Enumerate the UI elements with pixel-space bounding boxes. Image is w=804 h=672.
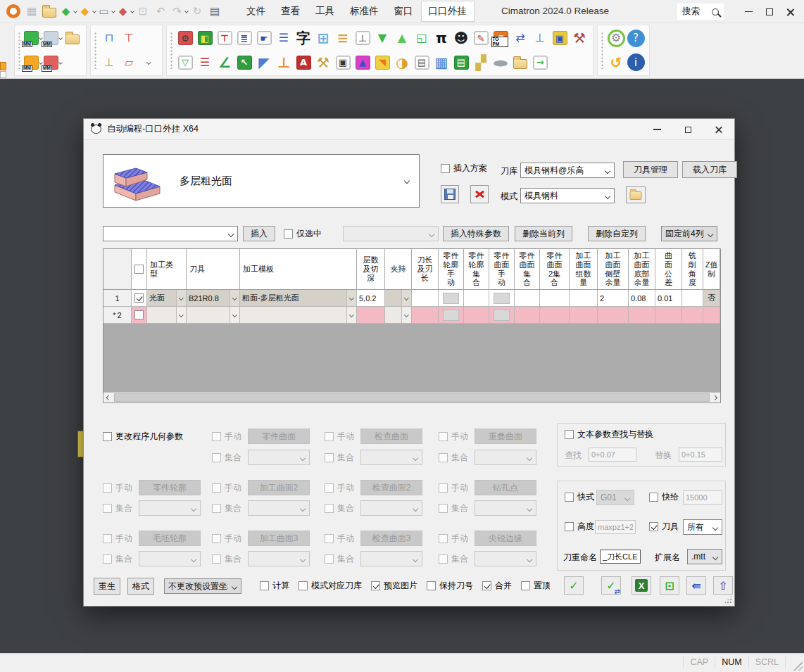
- delete-custom-column-button[interactable]: 删除自定列: [588, 226, 646, 241]
- load-stock-icon[interactable]: ◆: [77, 2, 96, 20]
- geo-manual-checkbox-0-1[interactable]: [325, 432, 334, 441]
- geo-manual-checkbox-1-1[interactable]: [212, 483, 221, 493]
- bottom-checkbox-0[interactable]: [260, 581, 269, 590]
- yellow-block-icon[interactable]: ◥: [373, 51, 391, 74]
- grid-cell-2-11[interactable]: [515, 307, 540, 324]
- grid-cell-dropdown-chevron-icon[interactable]: [401, 290, 411, 306]
- geo-button-2-0[interactable]: 毛坯轮廓: [139, 531, 201, 546]
- folder-export-icon[interactable]: [511, 51, 529, 74]
- grid-cell-1-3-dropdown[interactable]: B21R0.8: [187, 290, 240, 307]
- resize-grip[interactable]: [792, 660, 803, 671]
- bars-icon[interactable]: ≡: [334, 27, 352, 49]
- geo-collection-checkbox-2-3[interactable]: [439, 554, 448, 564]
- hand-doc-icon[interactable]: ☛: [255, 27, 273, 49]
- boss-icon[interactable]: ▲: [393, 27, 411, 49]
- excel-export-button[interactable]: X: [632, 576, 651, 595]
- grid-horizontal-scrollbar[interactable]: [103, 392, 720, 402]
- dock-tab-white[interactable]: [0, 71, 6, 78]
- grid-cell-1-8-picker[interactable]: [443, 293, 459, 304]
- grid-cell-1-6-dropdown[interactable]: [385, 290, 412, 307]
- feature-list-icon[interactable]: ▤: [206, 2, 223, 20]
- save-template-button[interactable]: [441, 185, 459, 203]
- geo-button-2-1[interactable]: 加工曲面3: [248, 531, 310, 546]
- duplicate-button[interactable]: ⊡: [660, 576, 679, 595]
- lathe-icon[interactable]: ◑: [393, 51, 411, 74]
- help-group-drag-handle[interactable]: [601, 32, 604, 69]
- steps-icon[interactable]: ▞: [472, 51, 490, 74]
- minimize-button[interactable]: [738, 0, 759, 23]
- mill-sim-icon[interactable]: ▽: [176, 51, 194, 74]
- grid-cell-2-4-dropdown[interactable]: [240, 307, 357, 324]
- tool-filter-checkbox[interactable]: [649, 522, 658, 531]
- column-tools-icon[interactable]: ⊥: [275, 51, 293, 74]
- wizard-pin-icon[interactable]: ⊤: [120, 27, 138, 49]
- grid-cell-2-12[interactable]: [540, 307, 570, 324]
- scroll-left-icon[interactable]: [103, 393, 114, 402]
- geo-button-0-2[interactable]: 重叠曲面: [475, 429, 536, 444]
- geo-collection-checkbox-0-1[interactable]: [325, 453, 334, 462]
- cimatron-logo-icon[interactable]: [6, 4, 20, 18]
- geo-collection-select-2-0[interactable]: [139, 551, 201, 566]
- doc-export-icon[interactable]: →: [531, 51, 549, 74]
- menu-item-0[interactable]: 文件: [239, 1, 273, 22]
- geo-collection-select-0-1[interactable]: [360, 450, 422, 465]
- doc-edit-icon[interactable]: ✎: [472, 27, 490, 49]
- bottom-checkbox-2[interactable]: [371, 581, 380, 590]
- special-param-select[interactable]: [343, 226, 439, 241]
- tool-rename-input[interactable]: [600, 550, 641, 564]
- four-squares-icon[interactable]: ⊞: [314, 27, 332, 49]
- geo-collection-checkbox-0-2[interactable]: [439, 453, 448, 462]
- grid-cell-2-10-picker[interactable]: [494, 310, 510, 321]
- print-icon[interactable]: ▤: [452, 51, 470, 74]
- grid-cell-2-18[interactable]: [703, 307, 720, 324]
- grid-cell-dropdown-chevron-icon[interactable]: [230, 307, 239, 323]
- insert-button[interactable]: 插入: [243, 226, 275, 241]
- geo-collection-checkbox-2-1[interactable]: [212, 554, 221, 564]
- geo-button-1-3[interactable]: 钻孔点: [475, 480, 536, 495]
- autotext-icon[interactable]: A: [294, 51, 313, 74]
- geo-collection-select-1-1[interactable]: [248, 500, 310, 516]
- pocket-icon[interactable]: ▼: [373, 27, 391, 49]
- fast-mode-checkbox[interactable]: [565, 493, 574, 502]
- service-tools-icon[interactable]: ⚒: [570, 27, 589, 49]
- grid-cell-dropdown-chevron-icon[interactable]: [346, 307, 356, 323]
- pi-icon[interactable]: π: [432, 27, 451, 49]
- import-params-button[interactable]: ⇚: [686, 576, 706, 595]
- template-preset-dropdown[interactable]: 多层粗光面: [103, 154, 420, 208]
- dialog-close-button[interactable]: [703, 119, 734, 140]
- menu-item-1[interactable]: 查看: [273, 1, 308, 22]
- find-replace-checkbox[interactable]: [565, 430, 574, 439]
- format-button[interactable]: 格式: [127, 578, 154, 595]
- geo-collection-select-2-3[interactable]: [475, 551, 536, 566]
- grid-cell-2-15[interactable]: [629, 307, 655, 324]
- geo-collection-select-1-3[interactable]: [475, 500, 536, 516]
- geo-button-0-0[interactable]: 零件曲面: [248, 429, 310, 444]
- geo-collection-select-0-2[interactable]: [475, 450, 536, 465]
- wizard-sheet-icon[interactable]: ▱: [120, 51, 138, 74]
- maximize-button[interactable]: [759, 0, 780, 23]
- scroll-right-icon[interactable]: [710, 393, 720, 402]
- geo-button-2-2[interactable]: 检查曲面3: [360, 531, 422, 546]
- geo-collection-select-2-1[interactable]: [248, 551, 310, 566]
- step-block-icon[interactable]: ◱: [413, 27, 431, 49]
- replace-input[interactable]: [679, 448, 722, 462]
- dock-tab-orange[interactable]: [0, 62, 6, 70]
- dialog-minimize-button[interactable]: [641, 119, 672, 140]
- copy-icon[interactable]: ⊡: [134, 2, 151, 20]
- grid-cell-2-6-dropdown[interactable]: [385, 307, 412, 324]
- text-icon[interactable]: 字: [294, 27, 313, 49]
- geo-manual-checkbox-2-0[interactable]: [103, 534, 112, 543]
- bottom-checkbox-1[interactable]: [299, 581, 308, 590]
- insert-special-button[interactable]: 插入特殊参数: [443, 226, 509, 241]
- grid-cell-1-5[interactable]: 5,0.2: [357, 290, 385, 307]
- insert-target-select[interactable]: [103, 226, 238, 241]
- open-toolbank-button[interactable]: [626, 186, 646, 203]
- settings-icon[interactable]: ⚙: [607, 27, 625, 49]
- grid-cell-1-18[interactable]: 否: [703, 290, 720, 307]
- only-selected-checkbox[interactable]: [284, 229, 293, 239]
- geo-collection-select-0-0[interactable]: [248, 450, 310, 465]
- grid-cell-1-15[interactable]: 0.08: [629, 290, 655, 307]
- menu-item-2[interactable]: 工具: [308, 1, 342, 22]
- geo-button-1-2[interactable]: 检查曲面2: [360, 480, 422, 495]
- save-icon[interactable]: ▦: [23, 2, 40, 20]
